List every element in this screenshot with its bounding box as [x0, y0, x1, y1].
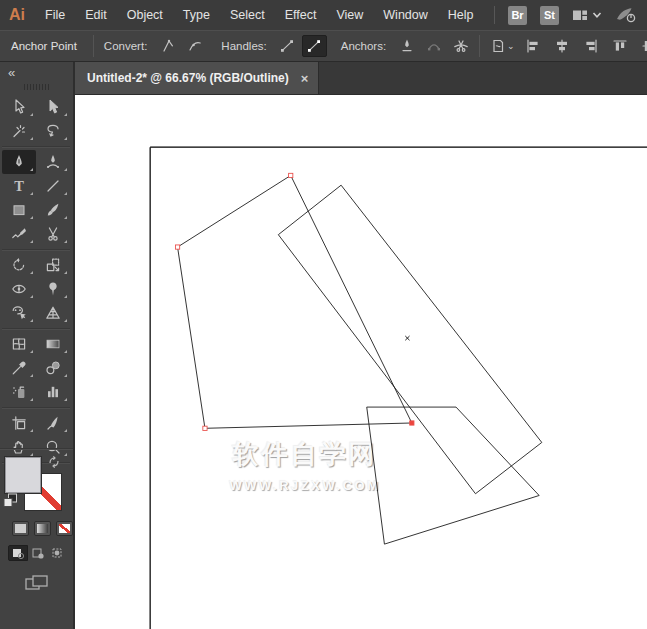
tool-scissors[interactable] — [36, 222, 70, 246]
stock-button[interactable]: St — [540, 6, 559, 25]
panel-grip-dots[interactable] — [24, 84, 50, 90]
align-middle-vertical-button[interactable] — [637, 35, 647, 57]
workspace-switcher[interactable] — [572, 7, 602, 23]
align-center-horizontal-button[interactable] — [550, 35, 575, 57]
swap-fill-stroke-icon[interactable] — [47, 455, 61, 469]
tool-blend[interactable] — [36, 356, 70, 380]
tool-magic-wand[interactable] — [2, 119, 36, 143]
illustrator-window: Ai FileEditObjectTypeSelectEffectViewWin… — [0, 0, 647, 629]
color-button[interactable] — [12, 521, 29, 536]
app-logo-icon: Ai — [0, 6, 35, 24]
remove-anchor-button[interactable] — [394, 35, 419, 57]
tools-panel: « T — [0, 62, 75, 629]
menu-select[interactable]: Select — [220, 8, 275, 22]
tool-type[interactable]: T — [2, 174, 36, 198]
handles-label: Handles: — [221, 40, 266, 52]
screen-mode-button[interactable] — [0, 573, 73, 593]
control-bar: Anchor Point Convert: Handles: Anchors: … — [0, 30, 647, 62]
drawing-modes-row — [0, 545, 73, 561]
tool-shaper[interactable] — [2, 222, 36, 246]
svg-text:T: T — [14, 178, 24, 194]
align-buttons — [521, 35, 647, 57]
connect-endpoints-button[interactable] — [421, 35, 446, 57]
menu-type[interactable]: Type — [173, 8, 220, 22]
selected-path[interactable] — [178, 175, 412, 428]
tool-line-segment[interactable] — [36, 174, 70, 198]
tool-paintbrush[interactable] — [36, 198, 70, 222]
tool-group-divider — [2, 404, 70, 408]
tool-column-graph[interactable] — [36, 380, 70, 404]
tool-rotate[interactable] — [2, 253, 36, 277]
tool-mesh[interactable] — [2, 332, 36, 356]
fill-swatch[interactable] — [5, 457, 41, 493]
draw-behind-button[interactable] — [28, 545, 48, 561]
document-tab-title: Untitled-2* @ 66.67% (RGB/Outline) — [87, 71, 289, 85]
align-right-button[interactable] — [579, 35, 604, 57]
anchor-buttons — [394, 35, 475, 57]
hide-handles-button[interactable] — [302, 35, 327, 57]
tools-grid: T — [2, 95, 72, 466]
document-tab[interactable]: Untitled-2* @ 66.67% (RGB/Outline) × — [75, 62, 319, 94]
tool-group-divider — [2, 246, 70, 250]
tool-direct-selection[interactable] — [36, 95, 70, 119]
align-left-button[interactable] — [521, 35, 546, 57]
gradient-button[interactable] — [34, 521, 51, 536]
swatch-block — [0, 448, 73, 628]
default-fill-stroke-icon[interactable] — [3, 493, 18, 508]
control-divider — [479, 35, 480, 57]
panel-collapse-button[interactable]: « — [0, 62, 73, 82]
anchors-label: Anchors: — [341, 40, 386, 52]
menu-file[interactable]: File — [35, 8, 75, 22]
align-top-button[interactable] — [608, 35, 633, 57]
artboard-preset-dropdown[interactable]: ⌄ — [490, 35, 515, 57]
tool-artboard[interactable] — [2, 411, 36, 435]
tool-rectangle[interactable] — [2, 198, 36, 222]
anchor-point[interactable] — [289, 173, 293, 177]
menu-view[interactable]: View — [326, 8, 373, 22]
anchor-point-selected[interactable] — [410, 421, 414, 425]
gpu-performance-icon[interactable] — [615, 6, 637, 24]
convert-to-corner-button[interactable] — [155, 35, 180, 57]
document-area: Untitled-2* @ 66.67% (RGB/Outline) × 软件自… — [75, 62, 647, 629]
anchor-point[interactable] — [175, 245, 179, 249]
convert-buttons — [155, 35, 209, 57]
draw-inside-button[interactable] — [48, 545, 68, 561]
chevron-down-icon — [592, 11, 602, 19]
context-label: Anchor Point — [11, 40, 77, 52]
menu-effect[interactable]: Effect — [275, 8, 327, 22]
bridge-button[interactable]: Br — [508, 6, 527, 25]
tool-gradient[interactable] — [36, 332, 70, 356]
tool-pen[interactable] — [2, 150, 36, 174]
tool-symbol-sprayer[interactable] — [2, 380, 36, 404]
tool-eyedropper[interactable] — [2, 356, 36, 380]
show-handles-button[interactable] — [275, 35, 300, 57]
workspace-icon — [572, 7, 588, 23]
convert-to-smooth-button[interactable] — [182, 35, 207, 57]
tool-width[interactable] — [2, 277, 36, 301]
menu-window[interactable]: Window — [373, 8, 437, 22]
artwork-svg — [75, 95, 647, 629]
tool-curvature[interactable] — [36, 150, 70, 174]
none-button[interactable] — [56, 521, 73, 536]
control-divider — [93, 35, 94, 57]
tool-lasso[interactable] — [36, 119, 70, 143]
tool-group-divider — [2, 325, 70, 329]
menu-edit[interactable]: Edit — [75, 8, 117, 22]
tool-selection[interactable] — [2, 95, 36, 119]
anchor-point[interactable] — [203, 426, 207, 430]
chevron-down-icon: ⌄ — [507, 41, 515, 51]
tool-shape-builder[interactable] — [2, 301, 36, 325]
tab-close-icon[interactable]: × — [301, 71, 309, 86]
tool-scale[interactable] — [36, 253, 70, 277]
menu-help[interactable]: Help — [438, 8, 484, 22]
canvas-area[interactable]: 软件自学网 WWW.RJZXW.COM — [75, 95, 647, 629]
tool-perspective-grid[interactable] — [36, 301, 70, 325]
tool-slice[interactable] — [36, 411, 70, 435]
workspace: « T — [0, 62, 647, 629]
tool-puppet-warp[interactable] — [36, 277, 70, 301]
quad-path[interactable] — [367, 407, 539, 544]
menu-object[interactable]: Object — [117, 8, 173, 22]
convert-label: Convert: — [104, 40, 147, 52]
cut-path-button[interactable] — [448, 35, 473, 57]
draw-normal-button[interactable] — [8, 545, 28, 561]
